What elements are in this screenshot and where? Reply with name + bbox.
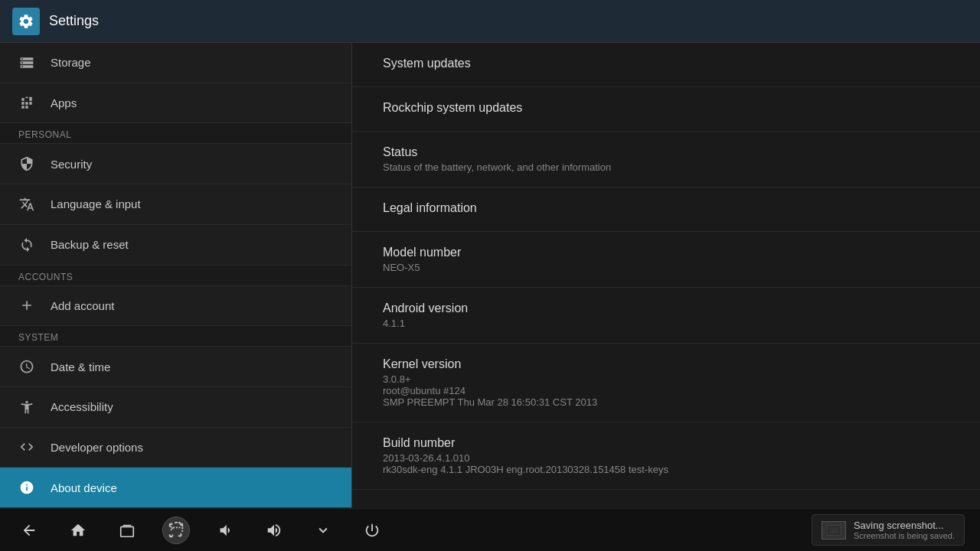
content-item-model[interactable]: Model number NEO-X5 bbox=[352, 232, 980, 288]
sidebar: Storage Apps PERSONAL Security Language … bbox=[0, 43, 352, 508]
home-button[interactable] bbox=[64, 517, 92, 544]
build-title: Build number bbox=[383, 436, 949, 450]
about-icon bbox=[18, 479, 35, 496]
developer-icon bbox=[18, 439, 35, 455]
status-title: Status bbox=[383, 145, 949, 159]
kernel-subtitle: 3.0.8+ root@ubuntu #124 SMP PREEMPT Thu … bbox=[383, 373, 949, 408]
android-version-subtitle: 4.1.1 bbox=[383, 318, 949, 329]
sidebar-add-account-label: Add account bbox=[51, 299, 114, 312]
sidebar-item-about[interactable]: About device bbox=[0, 468, 351, 508]
sidebar-item-language[interactable]: Language & input bbox=[0, 184, 351, 225]
system-section-label: SYSTEM bbox=[0, 326, 351, 347]
content-item-android-version[interactable]: Android version 4.1.1 bbox=[352, 288, 980, 344]
screenshot-title: Saving screenshot... bbox=[854, 520, 955, 531]
sidebar-backup-label: Backup & reset bbox=[51, 238, 129, 251]
status-subtitle: Status of the battery, network, and othe… bbox=[383, 161, 949, 173]
model-title: Model number bbox=[383, 246, 949, 259]
content-panel: System updates Rockchip system updates S… bbox=[352, 43, 980, 508]
content-item-status[interactable]: Status Status of the battery, network, a… bbox=[352, 132, 980, 187]
back-button[interactable] bbox=[15, 517, 43, 544]
settings-icon-svg bbox=[18, 13, 34, 30]
content-item-system-updates[interactable]: System updates bbox=[352, 43, 980, 87]
build-subtitle: 2013-03-26.4.1.010 rk30sdk-eng 4.1.1 JRO… bbox=[383, 452, 949, 475]
taskbar: Saving screenshot... Screenshot is being… bbox=[0, 508, 980, 551]
svg-rect-1 bbox=[123, 524, 132, 526]
sidebar-item-accessibility[interactable]: Accessibility bbox=[0, 387, 351, 428]
sidebar-storage-label: Storage bbox=[51, 56, 91, 69]
sidebar-item-add-account[interactable]: Add account bbox=[0, 286, 351, 327]
sidebar-datetime-label: Date & time bbox=[51, 360, 110, 373]
screenshot-text: Saving screenshot... Screenshot is being… bbox=[854, 520, 955, 540]
kernel-title: Kernel version bbox=[383, 357, 949, 371]
sidebar-item-security[interactable]: Security bbox=[0, 144, 351, 184]
screenshot-button[interactable] bbox=[162, 517, 190, 544]
sidebar-language-label: Language & input bbox=[51, 197, 141, 210]
sidebar-security-label: Security bbox=[51, 158, 92, 171]
content-item-rockchip-updates[interactable]: Rockchip system updates bbox=[352, 87, 980, 132]
main-layout: Storage Apps PERSONAL Security Language … bbox=[0, 43, 980, 508]
rockchip-updates-title: Rockchip system updates bbox=[383, 101, 949, 115]
title-bar: Settings bbox=[0, 0, 980, 43]
chevron-down-button[interactable] bbox=[309, 517, 337, 544]
svg-rect-3 bbox=[828, 527, 839, 533]
settings-app-icon bbox=[12, 8, 40, 35]
system-updates-title: System updates bbox=[383, 57, 949, 70]
content-item-kernel[interactable]: Kernel version 3.0.8+ root@ubuntu #124 S… bbox=[352, 344, 980, 422]
storage-icon bbox=[18, 54, 35, 71]
sidebar-item-backup[interactable]: Backup & reset bbox=[0, 225, 351, 266]
datetime-icon bbox=[18, 358, 35, 375]
security-icon bbox=[18, 155, 35, 172]
sidebar-apps-label: Apps bbox=[51, 96, 77, 109]
sidebar-item-date-time[interactable]: Date & time bbox=[0, 347, 351, 387]
accounts-section-label: ACCOUNTS bbox=[0, 266, 351, 286]
personal-section-label: PERSONAL bbox=[0, 123, 351, 144]
backup-icon bbox=[18, 236, 35, 253]
add-account-icon bbox=[18, 297, 35, 314]
screenshot-subtitle: Screenshot is being saved. bbox=[854, 531, 955, 540]
legal-title: Legal information bbox=[383, 201, 949, 215]
sidebar-about-label: About device bbox=[51, 481, 117, 494]
sidebar-item-storage[interactable]: Storage bbox=[0, 43, 351, 83]
sidebar-accessibility-label: Accessibility bbox=[51, 400, 113, 413]
power-button[interactable] bbox=[358, 517, 386, 544]
svg-rect-0 bbox=[121, 527, 134, 536]
screenshot-notification: Saving screenshot... Screenshot is being… bbox=[812, 514, 965, 546]
accessibility-icon bbox=[18, 399, 35, 416]
taskbar-right: Saving screenshot... Screenshot is being… bbox=[812, 514, 965, 546]
language-icon bbox=[18, 196, 35, 213]
sidebar-item-apps[interactable]: Apps bbox=[0, 83, 351, 124]
app-title: Settings bbox=[49, 13, 99, 29]
screenshot-thumbnail bbox=[822, 521, 846, 540]
content-item-build[interactable]: Build number 2013-03-26.4.1.010 rk30sdk-… bbox=[352, 422, 980, 490]
recents-button[interactable] bbox=[113, 517, 141, 544]
sidebar-item-developer[interactable]: Developer options bbox=[0, 428, 351, 468]
sidebar-developer-label: Developer options bbox=[51, 441, 143, 454]
content-item-legal[interactable]: Legal information bbox=[352, 187, 980, 232]
volume-up-button[interactable] bbox=[260, 517, 288, 544]
volume-down-button[interactable] bbox=[211, 517, 239, 544]
model-subtitle: NEO-X5 bbox=[383, 262, 949, 273]
apps-icon bbox=[18, 95, 35, 112]
android-version-title: Android version bbox=[383, 302, 949, 315]
